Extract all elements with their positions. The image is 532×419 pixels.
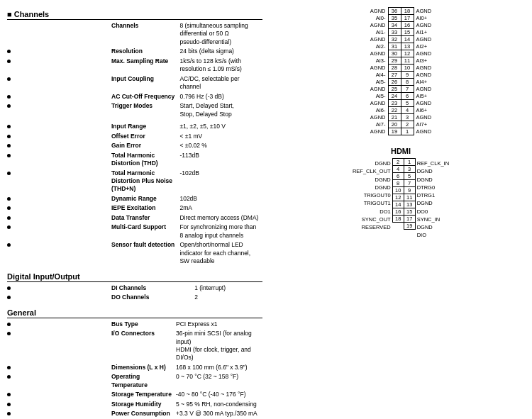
- left-column: ■ Channels Channels 8 (simultaneous samp…: [0, 0, 270, 419]
- table-row: AI0- 35 17 AI0+: [370, 15, 431, 22]
- digital-io-section-title: Digital Input/Output: [7, 272, 262, 282]
- general-spec-table: Bus Type PCI Express x1 I/O Connectors 3…: [7, 320, 262, 419]
- table-row: 10 9: [392, 187, 415, 194]
- channels-spec-table: Channels 8 (simultaneous sampling differ…: [7, 21, 262, 267]
- bullet-icon: [7, 225, 11, 229]
- table-row: AI1- 33 15 AI1+: [370, 29, 431, 36]
- table-row: 19: [392, 223, 415, 230]
- main-content: ■ Channels Channels 8 (simultaneous samp…: [0, 0, 532, 419]
- table-row: AI5- 26 8 AI4+: [370, 79, 431, 86]
- bullet-icon: [7, 125, 11, 128]
- bullet-icon: [7, 172, 11, 175]
- bullet-icon: [7, 243, 11, 247]
- table-row: Dimensions (L x H) 168 x 100 mm (6.6" x …: [7, 363, 262, 372]
- table-row: AC Cut-Off Frequency 0.796 Hz (-3 dB): [7, 92, 262, 101]
- bullet-icon: [7, 286, 11, 290]
- bullet-icon: [7, 50, 11, 53]
- bullet-icon: [7, 104, 11, 108]
- table-row: Total Harmonic Distortion (THD) -113dB: [7, 151, 262, 169]
- table-row: I/O Connectors 36-pin mini SCSI (for ana…: [7, 329, 262, 363]
- table-row: Total Harmonic Distortion Plus Noise (TH…: [7, 169, 262, 194]
- table-row: IEPE Excitation 2mA: [7, 203, 262, 213]
- table-row: Operating Temperature 0 ~ 70 °C (32 ~ 15…: [7, 372, 262, 390]
- bullet-icon: [7, 366, 11, 369]
- bullet-icon: [7, 412, 11, 415]
- aio-connector-table: AGND 36 18 AGND AI0- 35 17 AI0+ AGND 34: [370, 7, 431, 135]
- bullet-icon: [7, 216, 11, 220]
- table-row: Sensor fault detection Open/short/normal…: [7, 240, 262, 266]
- bullet-icon: [7, 332, 11, 335]
- right-column: AGND 36 18 AGND AI0- 35 17 AI0+ AGND 34: [270, 0, 532, 419]
- general-section-title: General: [7, 308, 262, 318]
- table-row: Bus Type PCI Express x1: [7, 320, 262, 329]
- bullet-icon: [7, 197, 11, 201]
- table-row: AI7- 20 2 AI7+: [370, 121, 431, 128]
- page-wrapper: ■ Channels Channels 8 (simultaneous samp…: [0, 0, 532, 419]
- table-row: Data Transfer Direct memory access (DMA): [7, 213, 262, 223]
- table-row: 6 5: [392, 173, 415, 180]
- bullet-icon: [7, 206, 11, 210]
- table-row: AI5- 24 6 AI5+: [370, 93, 431, 100]
- bullet-icon: [7, 154, 11, 157]
- table-row: Dynamic Range 102dB: [7, 194, 262, 203]
- table-row: AGND 34 16 AGND: [370, 22, 431, 29]
- table-row: Offset Error < ±1 mV: [7, 132, 262, 141]
- table-row: Power Consumption +3.3 V @ 300 mA typ./3…: [7, 409, 262, 419]
- table-row: 12 11: [392, 194, 415, 201]
- table-row: 4 3: [392, 166, 415, 173]
- bullet-icon: [7, 375, 11, 379]
- table-row: AGND 21 3 AGND: [370, 114, 431, 121]
- aio-connector-diagram: AGND 36 18 AGND AI0- 35 17 AI0+ AGND 34: [272, 7, 529, 135]
- bullet-icon: [7, 135, 11, 138]
- table-row: Trigger Modes Start, Delayed Start,Stop,…: [7, 101, 262, 119]
- table-row: AGND 23 5 AGND: [370, 100, 431, 107]
- hdmi-section: HDMI DGND REF_CLK_OUT DGND DGND TRIGOUT0…: [272, 147, 529, 240]
- bullet-icon: [7, 323, 11, 326]
- table-row: AI3- 29 11 AI3+: [370, 57, 431, 65]
- channels-section-title: ■ Channels: [7, 10, 262, 20]
- table-row: 2 1: [392, 159, 415, 166]
- table-row: AGND 36 18 AGND: [370, 8, 431, 15]
- bullet-icon: [7, 144, 11, 147]
- hdmi-right-labels: REF_CLK_IN DGND DGND DTRG0 DTRG1 DGND DO…: [417, 158, 449, 240]
- table-row: Resolution 24 bits (delta sigma): [7, 47, 262, 56]
- bullet-icon: [7, 403, 11, 406]
- hdmi-diagram: DGND REF_CLK_OUT DGND DGND TRIGOUT0 TRIG…: [272, 158, 529, 240]
- hdmi-left-labels: DGND REF_CLK_OUT DGND DGND TRIGOUT0 TRIG…: [353, 158, 391, 231]
- digital-io-spec-table: DI Channels 1 (interrupt) DO Channels 2: [7, 284, 262, 303]
- bullet-icon: [7, 77, 11, 81]
- table-row: Input Coupling AC/DC, selectable per cha…: [7, 74, 262, 92]
- table-row: DO Channels 2: [7, 293, 262, 302]
- table-row: Multi-Card Support For synchronizing mor…: [7, 223, 262, 240]
- table-row: AI2- 31 13 AI2+: [370, 43, 431, 50]
- table-row: AI6- 22 4 AI6+: [370, 107, 431, 114]
- table-row: AGND 28 10 AGND: [370, 65, 431, 72]
- table-row: 16 15: [392, 208, 415, 216]
- table-row: AGND 25 7 AGND: [370, 86, 431, 93]
- table-row: Gain Error < ±0.02 %: [7, 141, 262, 150]
- table-row: DI Channels 1 (interrupt): [7, 284, 262, 293]
- table-row: Input Range ±1, ±2, ±5, ±10 V: [7, 122, 262, 131]
- table-row: AI4- 27 9 AGND: [370, 72, 431, 79]
- table-row: Max. Sampling Rate 1kS/s to 128 kS/s (wi…: [7, 57, 262, 74]
- hdmi-title: HDMI: [272, 147, 529, 155]
- bullet-icon: [7, 296, 11, 299]
- table-row: 14 13: [392, 201, 415, 208]
- table-row: Channels 8 (simultaneous sampling differ…: [7, 21, 262, 47]
- bullet-icon: [7, 95, 11, 99]
- table-row: 8 7: [392, 180, 415, 187]
- table-row: AGND 32 14 AGND: [370, 36, 431, 43]
- table-row: Storage Humidity 5 ~ 95 % RH, non-conden…: [7, 400, 262, 409]
- table-row: AGND 30 12 AGND: [370, 50, 431, 57]
- bullet-icon: [7, 60, 11, 63]
- table-row: AGND 19 1 AGND: [370, 128, 431, 135]
- hdmi-pin-table: 2 1 4 3 6 5 8 7: [392, 158, 416, 230]
- table-row: 18 17: [392, 216, 415, 223]
- table-row: Storage Temperature -40 ~ 80 °C (-40 ~ 1…: [7, 390, 262, 399]
- bullet-icon: [7, 393, 11, 396]
